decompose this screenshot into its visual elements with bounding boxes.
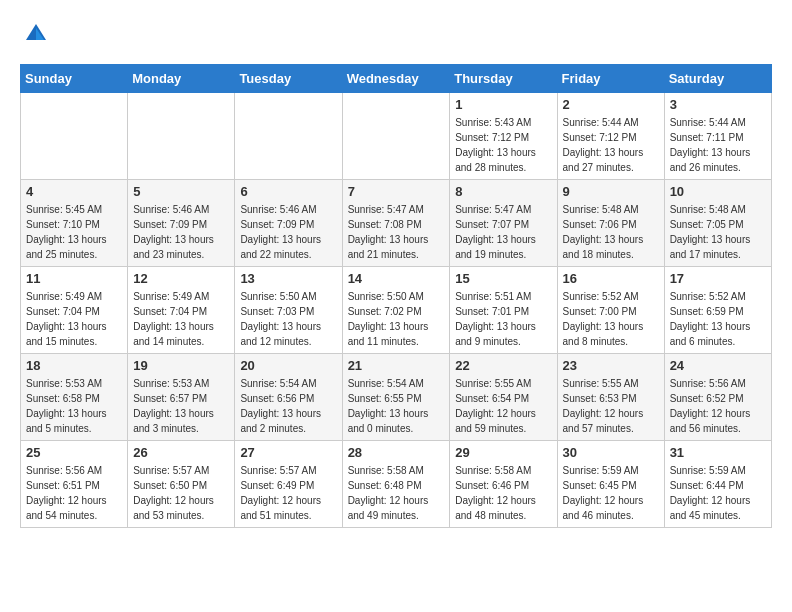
day-info: Sunrise: 5:56 AM Sunset: 6:52 PM Dayligh… bbox=[670, 376, 766, 436]
day-info: Sunrise: 5:44 AM Sunset: 7:12 PM Dayligh… bbox=[563, 115, 659, 175]
calendar-cell: 16Sunrise: 5:52 AM Sunset: 7:00 PM Dayli… bbox=[557, 267, 664, 354]
day-info: Sunrise: 5:54 AM Sunset: 6:55 PM Dayligh… bbox=[348, 376, 445, 436]
day-number: 28 bbox=[348, 445, 445, 460]
calendar-table: SundayMondayTuesdayWednesdayThursdayFrid… bbox=[20, 64, 772, 528]
day-info: Sunrise: 5:55 AM Sunset: 6:54 PM Dayligh… bbox=[455, 376, 551, 436]
calendar-cell: 15Sunrise: 5:51 AM Sunset: 7:01 PM Dayli… bbox=[450, 267, 557, 354]
day-info: Sunrise: 5:57 AM Sunset: 6:49 PM Dayligh… bbox=[240, 463, 336, 523]
calendar-cell bbox=[128, 93, 235, 180]
day-number: 2 bbox=[563, 97, 659, 112]
day-info: Sunrise: 5:47 AM Sunset: 7:08 PM Dayligh… bbox=[348, 202, 445, 262]
day-header-monday: Monday bbox=[128, 65, 235, 93]
calendar-cell: 2Sunrise: 5:44 AM Sunset: 7:12 PM Daylig… bbox=[557, 93, 664, 180]
day-info: Sunrise: 5:51 AM Sunset: 7:01 PM Dayligh… bbox=[455, 289, 551, 349]
day-info: Sunrise: 5:59 AM Sunset: 6:44 PM Dayligh… bbox=[670, 463, 766, 523]
day-info: Sunrise: 5:50 AM Sunset: 7:03 PM Dayligh… bbox=[240, 289, 336, 349]
day-info: Sunrise: 5:59 AM Sunset: 6:45 PM Dayligh… bbox=[563, 463, 659, 523]
day-number: 5 bbox=[133, 184, 229, 199]
calendar-cell bbox=[235, 93, 342, 180]
day-info: Sunrise: 5:58 AM Sunset: 6:48 PM Dayligh… bbox=[348, 463, 445, 523]
day-info: Sunrise: 5:53 AM Sunset: 6:57 PM Dayligh… bbox=[133, 376, 229, 436]
day-info: Sunrise: 5:44 AM Sunset: 7:11 PM Dayligh… bbox=[670, 115, 766, 175]
day-number: 25 bbox=[26, 445, 122, 460]
day-info: Sunrise: 5:57 AM Sunset: 6:50 PM Dayligh… bbox=[133, 463, 229, 523]
day-header-wednesday: Wednesday bbox=[342, 65, 450, 93]
day-info: Sunrise: 5:58 AM Sunset: 6:46 PM Dayligh… bbox=[455, 463, 551, 523]
calendar-cell: 22Sunrise: 5:55 AM Sunset: 6:54 PM Dayli… bbox=[450, 354, 557, 441]
calendar-week-row: 4Sunrise: 5:45 AM Sunset: 7:10 PM Daylig… bbox=[21, 180, 772, 267]
day-number: 19 bbox=[133, 358, 229, 373]
calendar-cell: 9Sunrise: 5:48 AM Sunset: 7:06 PM Daylig… bbox=[557, 180, 664, 267]
day-header-saturday: Saturday bbox=[664, 65, 771, 93]
calendar-cell: 7Sunrise: 5:47 AM Sunset: 7:08 PM Daylig… bbox=[342, 180, 450, 267]
day-number: 27 bbox=[240, 445, 336, 460]
day-header-tuesday: Tuesday bbox=[235, 65, 342, 93]
day-number: 11 bbox=[26, 271, 122, 286]
calendar-cell: 31Sunrise: 5:59 AM Sunset: 6:44 PM Dayli… bbox=[664, 441, 771, 528]
day-info: Sunrise: 5:56 AM Sunset: 6:51 PM Dayligh… bbox=[26, 463, 122, 523]
logo-icon bbox=[22, 20, 50, 48]
calendar-cell: 8Sunrise: 5:47 AM Sunset: 7:07 PM Daylig… bbox=[450, 180, 557, 267]
day-info: Sunrise: 5:50 AM Sunset: 7:02 PM Dayligh… bbox=[348, 289, 445, 349]
calendar-cell: 19Sunrise: 5:53 AM Sunset: 6:57 PM Dayli… bbox=[128, 354, 235, 441]
day-number: 1 bbox=[455, 97, 551, 112]
day-number: 24 bbox=[670, 358, 766, 373]
calendar-cell: 25Sunrise: 5:56 AM Sunset: 6:51 PM Dayli… bbox=[21, 441, 128, 528]
calendar-week-row: 1Sunrise: 5:43 AM Sunset: 7:12 PM Daylig… bbox=[21, 93, 772, 180]
day-number: 9 bbox=[563, 184, 659, 199]
calendar-cell: 20Sunrise: 5:54 AM Sunset: 6:56 PM Dayli… bbox=[235, 354, 342, 441]
day-number: 6 bbox=[240, 184, 336, 199]
calendar-cell: 1Sunrise: 5:43 AM Sunset: 7:12 PM Daylig… bbox=[450, 93, 557, 180]
day-info: Sunrise: 5:46 AM Sunset: 7:09 PM Dayligh… bbox=[240, 202, 336, 262]
day-number: 12 bbox=[133, 271, 229, 286]
calendar-cell: 3Sunrise: 5:44 AM Sunset: 7:11 PM Daylig… bbox=[664, 93, 771, 180]
calendar-cell: 18Sunrise: 5:53 AM Sunset: 6:58 PM Dayli… bbox=[21, 354, 128, 441]
calendar-cell: 27Sunrise: 5:57 AM Sunset: 6:49 PM Dayli… bbox=[235, 441, 342, 528]
day-header-sunday: Sunday bbox=[21, 65, 128, 93]
day-header-thursday: Thursday bbox=[450, 65, 557, 93]
day-number: 26 bbox=[133, 445, 229, 460]
day-number: 4 bbox=[26, 184, 122, 199]
day-number: 30 bbox=[563, 445, 659, 460]
day-info: Sunrise: 5:54 AM Sunset: 6:56 PM Dayligh… bbox=[240, 376, 336, 436]
page-header bbox=[20, 20, 772, 48]
calendar-cell: 11Sunrise: 5:49 AM Sunset: 7:04 PM Dayli… bbox=[21, 267, 128, 354]
calendar-cell: 14Sunrise: 5:50 AM Sunset: 7:02 PM Dayli… bbox=[342, 267, 450, 354]
day-info: Sunrise: 5:52 AM Sunset: 7:00 PM Dayligh… bbox=[563, 289, 659, 349]
day-info: Sunrise: 5:55 AM Sunset: 6:53 PM Dayligh… bbox=[563, 376, 659, 436]
calendar-cell bbox=[342, 93, 450, 180]
calendar-cell: 17Sunrise: 5:52 AM Sunset: 6:59 PM Dayli… bbox=[664, 267, 771, 354]
day-number: 20 bbox=[240, 358, 336, 373]
calendar-cell bbox=[21, 93, 128, 180]
day-number: 18 bbox=[26, 358, 122, 373]
calendar-cell: 26Sunrise: 5:57 AM Sunset: 6:50 PM Dayli… bbox=[128, 441, 235, 528]
day-info: Sunrise: 5:47 AM Sunset: 7:07 PM Dayligh… bbox=[455, 202, 551, 262]
logo bbox=[20, 20, 52, 48]
calendar-cell: 6Sunrise: 5:46 AM Sunset: 7:09 PM Daylig… bbox=[235, 180, 342, 267]
day-number: 7 bbox=[348, 184, 445, 199]
calendar-cell: 12Sunrise: 5:49 AM Sunset: 7:04 PM Dayli… bbox=[128, 267, 235, 354]
day-header-friday: Friday bbox=[557, 65, 664, 93]
day-number: 13 bbox=[240, 271, 336, 286]
calendar-cell: 5Sunrise: 5:46 AM Sunset: 7:09 PM Daylig… bbox=[128, 180, 235, 267]
calendar-cell: 21Sunrise: 5:54 AM Sunset: 6:55 PM Dayli… bbox=[342, 354, 450, 441]
calendar-cell: 30Sunrise: 5:59 AM Sunset: 6:45 PM Dayli… bbox=[557, 441, 664, 528]
day-info: Sunrise: 5:43 AM Sunset: 7:12 PM Dayligh… bbox=[455, 115, 551, 175]
calendar-week-row: 18Sunrise: 5:53 AM Sunset: 6:58 PM Dayli… bbox=[21, 354, 772, 441]
day-number: 21 bbox=[348, 358, 445, 373]
day-info: Sunrise: 5:49 AM Sunset: 7:04 PM Dayligh… bbox=[26, 289, 122, 349]
day-info: Sunrise: 5:48 AM Sunset: 7:05 PM Dayligh… bbox=[670, 202, 766, 262]
calendar-cell: 29Sunrise: 5:58 AM Sunset: 6:46 PM Dayli… bbox=[450, 441, 557, 528]
day-info: Sunrise: 5:45 AM Sunset: 7:10 PM Dayligh… bbox=[26, 202, 122, 262]
day-info: Sunrise: 5:52 AM Sunset: 6:59 PM Dayligh… bbox=[670, 289, 766, 349]
calendar-week-row: 11Sunrise: 5:49 AM Sunset: 7:04 PM Dayli… bbox=[21, 267, 772, 354]
calendar-cell: 23Sunrise: 5:55 AM Sunset: 6:53 PM Dayli… bbox=[557, 354, 664, 441]
calendar-cell: 4Sunrise: 5:45 AM Sunset: 7:10 PM Daylig… bbox=[21, 180, 128, 267]
calendar-header-row: SundayMondayTuesdayWednesdayThursdayFrid… bbox=[21, 65, 772, 93]
day-number: 29 bbox=[455, 445, 551, 460]
calendar-cell: 10Sunrise: 5:48 AM Sunset: 7:05 PM Dayli… bbox=[664, 180, 771, 267]
day-info: Sunrise: 5:49 AM Sunset: 7:04 PM Dayligh… bbox=[133, 289, 229, 349]
day-number: 8 bbox=[455, 184, 551, 199]
day-info: Sunrise: 5:46 AM Sunset: 7:09 PM Dayligh… bbox=[133, 202, 229, 262]
calendar-week-row: 25Sunrise: 5:56 AM Sunset: 6:51 PM Dayli… bbox=[21, 441, 772, 528]
